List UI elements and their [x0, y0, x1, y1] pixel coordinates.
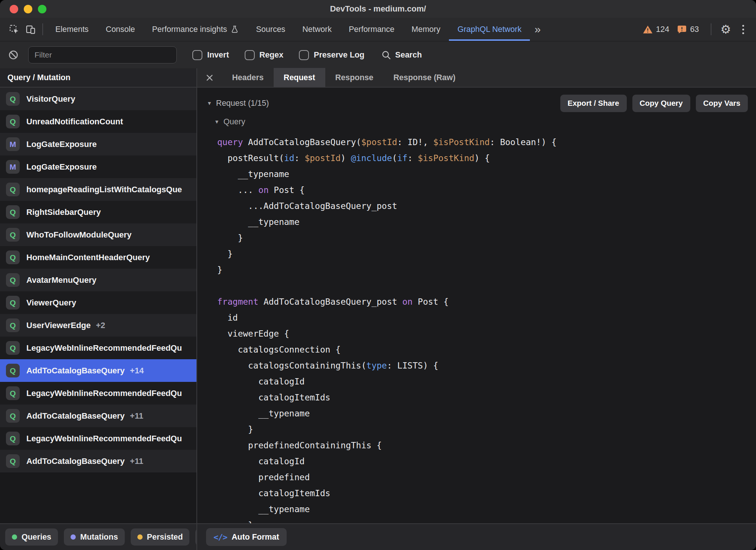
devtools-window: DevTools - medium.com/ Elements Console …	[0, 0, 756, 550]
query-name: UnreadNotificationCount	[26, 117, 123, 127]
warnings-badge[interactable]: 124	[643, 25, 669, 34]
invert-checkbox-group[interactable]: Invert	[192, 50, 229, 60]
invert-checkbox[interactable]	[192, 50, 202, 60]
preserve-log-checkbox-group[interactable]: Preserve Log	[299, 50, 364, 60]
code-line: viewerEdge {	[217, 326, 756, 342]
query-name: AddToCatalogBaseQuery	[26, 411, 125, 421]
code-line: __typename	[217, 501, 756, 517]
auto-format-button[interactable]: </> Auto Format	[206, 528, 287, 546]
query-name: VisitorQuery	[26, 94, 75, 104]
tab-headers[interactable]: Headers	[222, 68, 274, 87]
query-name: AvatarMenuQuery	[26, 275, 97, 285]
request-header-row: ▼ Request (1/15) Export / Share Copy Que…	[197, 88, 756, 114]
query-list-item[interactable]: QLegacyWebInlineRecommendedFeedQu	[0, 382, 196, 405]
query-list-item[interactable]: MLogGateExposure	[0, 155, 196, 178]
settings-gear-icon[interactable]: ⚙	[715, 23, 736, 35]
tab-request[interactable]: Request	[274, 68, 325, 87]
code-brackets-icon: </>	[214, 533, 227, 542]
query-type-badge: Q	[6, 115, 20, 128]
query-list-item[interactable]: QhomepageReadingListWithCatalogsQue	[0, 178, 196, 201]
query-list-item[interactable]: QLegacyWebInlineRecommendedFeedQu	[0, 337, 196, 359]
query-list-item[interactable]: QHomeMainContentHeaderQuery	[0, 246, 196, 269]
warning-triangle-icon	[643, 25, 653, 34]
device-toolbar-icon[interactable]	[22, 21, 39, 37]
issues-badge[interactable]: 63	[677, 25, 699, 34]
query-list-item[interactable]: QLegacyWebInlineRecommendedFeedQu	[0, 427, 196, 450]
query-type-badge: Q	[6, 92, 20, 106]
tab-console[interactable]: Console	[97, 18, 144, 41]
legend-label: Persisted	[147, 533, 183, 542]
copy-query-button[interactable]: Copy Query	[632, 95, 690, 112]
close-icon[interactable]	[197, 73, 222, 82]
clear-icon[interactable]	[8, 50, 19, 60]
query-list-item[interactable]: QAddToCatalogBaseQuery+11	[0, 450, 196, 472]
legend-pill[interactable]: Mutations	[64, 528, 125, 546]
export-share-button[interactable]: Export / Share	[560, 95, 627, 112]
zoom-window-button[interactable]	[38, 5, 46, 13]
query-type-badge: Q	[6, 364, 20, 377]
search-icon	[381, 50, 391, 60]
query-type-badge: Q	[6, 228, 20, 242]
preserve-log-checkbox[interactable]	[299, 50, 309, 60]
legend-dot	[12, 534, 17, 540]
tab-graphql-network[interactable]: GraphQL Network	[449, 18, 530, 41]
code-line: }	[217, 422, 756, 438]
query-list-item[interactable]: QAddToCatalogBaseQuery+11	[0, 405, 196, 427]
request-actions: Export / Share Copy Query Copy Vars	[560, 95, 748, 112]
more-tabs-icon[interactable]: »	[530, 23, 545, 36]
tab-elements[interactable]: Elements	[47, 18, 97, 41]
query-list-item[interactable]: QUnreadNotificationCount	[0, 110, 196, 133]
code-line: fragment AddToCatalogBaseQuery_post on P…	[217, 294, 756, 310]
tab-performance[interactable]: Performance	[340, 18, 403, 41]
inspect-element-icon[interactable]	[6, 21, 22, 37]
tab-sources[interactable]: Sources	[247, 18, 294, 41]
minimize-window-button[interactable]	[24, 5, 32, 13]
menu-dots-icon[interactable]	[736, 25, 750, 34]
query-list-item[interactable]: QViewerQuery	[0, 291, 196, 314]
code-line: }	[217, 517, 756, 523]
collapse-triangle-icon[interactable]: ▼	[207, 100, 212, 106]
legend-pill[interactable]: Persisted	[131, 528, 190, 546]
filter-input[interactable]	[28, 46, 177, 63]
main-toolbar: Elements Console Performance insights So…	[0, 18, 756, 41]
tab-response-raw[interactable]: Response (Raw)	[383, 68, 465, 87]
tab-response[interactable]: Response	[325, 68, 384, 87]
query-name: LogGateExposure	[26, 162, 97, 172]
tab-performance-insights[interactable]: Performance insights	[144, 18, 248, 41]
query-list-item[interactable]: QRightSidebarQuery	[0, 201, 196, 223]
code-line: __typename	[217, 214, 756, 230]
code-block: query AddToCatalogBaseQuery($postId: ID!…	[217, 134, 756, 523]
close-window-button[interactable]	[10, 5, 18, 13]
detail-panel: Headers Request Response Response (Raw) …	[197, 68, 756, 550]
tab-network[interactable]: Network	[294, 18, 340, 41]
copy-vars-button[interactable]: Copy Vars	[696, 95, 748, 112]
query-name: UserViewerEdge	[26, 321, 91, 330]
query-list-item[interactable]: QUserViewerEdge+2	[0, 314, 196, 337]
code-line: ... on Post {	[217, 182, 756, 198]
legend-pill[interactable]: Queries	[5, 528, 58, 546]
legend-bar: QueriesMutationsPersisted	[0, 523, 196, 550]
query-list-item[interactable]: QVisitorQuery	[0, 88, 196, 110]
code-line: ...AddToCatalogBaseQuery_post	[217, 198, 756, 214]
query-name: LegacyWebInlineRecommendedFeedQu	[26, 434, 182, 443]
code-line: __typename	[217, 166, 756, 182]
query-type-badge: Q	[6, 183, 20, 196]
collapse-triangle-icon[interactable]: ▼	[214, 119, 219, 125]
toolbar-divider	[711, 23, 711, 35]
query-list-item[interactable]: QAddToCatalogBaseQuery+14	[0, 359, 196, 382]
main-split: Query / Mutation QVisitorQueryQUnreadNot…	[0, 68, 756, 550]
mutation-type-badge: M	[6, 137, 20, 151]
query-list-item[interactable]: QWhoToFollowModuleQuery	[0, 223, 196, 246]
query-list-item[interactable]: MLogGateExposure	[0, 133, 196, 155]
regex-checkbox[interactable]	[245, 50, 255, 60]
query-type-badge: Q	[6, 205, 20, 219]
traffic-lights	[10, 0, 46, 18]
code-line: catalogId	[217, 454, 756, 469]
tab-memory[interactable]: Memory	[403, 18, 449, 41]
legend-pill[interactable]	[195, 528, 196, 546]
regex-checkbox-group[interactable]: Regex	[245, 50, 284, 60]
search-control[interactable]: Search	[381, 50, 422, 60]
query-list-item[interactable]: QAvatarMenuQuery	[0, 269, 196, 291]
query-section-label: Query	[224, 117, 245, 127]
mutation-type-badge: M	[6, 160, 20, 174]
